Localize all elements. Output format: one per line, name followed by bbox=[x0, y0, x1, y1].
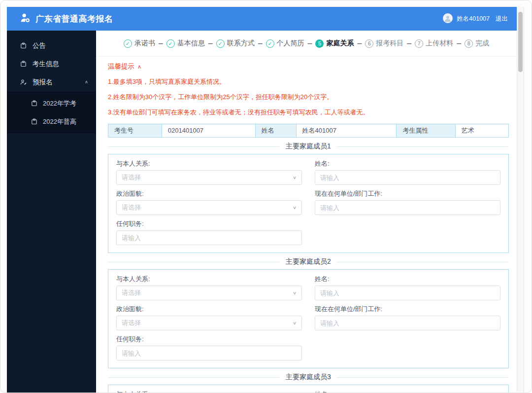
tips-panel: 温馨提示 ∧ 1.最多填3项，只填写直系家庭关系情况。2.姓名限制为30个汉字，… bbox=[108, 62, 509, 117]
logout-button[interactable]: 退出 bbox=[496, 15, 508, 23]
user-add-icon bbox=[20, 12, 31, 25]
step-8: 8完成 bbox=[465, 39, 489, 48]
clipboard-icon bbox=[20, 60, 27, 68]
step-separator: – bbox=[457, 39, 461, 48]
family-member-section: 主要家庭成员2 与本人关系: 请选择 ∨ 姓名: 政治面貌: bbox=[108, 257, 509, 368]
user-name: 姓名401007 bbox=[457, 15, 490, 23]
select-placeholder: 请选择 bbox=[122, 288, 141, 297]
workplace-label: 现在在何单位/部门工作: bbox=[315, 190, 500, 197]
sidebar-subitem-2022-pugao[interactable]: 2022年普高 bbox=[7, 112, 96, 131]
candidate-field-label: 考生属性 bbox=[397, 124, 455, 137]
brand: 广东省普通高考报名 bbox=[20, 12, 113, 25]
family-member-sections: 主要家庭成员1 与本人关系: 请选择 ∨ 姓名: 政治面貌: bbox=[108, 142, 509, 393]
step-5: 5家庭关系 bbox=[315, 39, 354, 48]
family-member-section: 主要家庭成员1 与本人关系: 请选择 ∨ 姓名: 政治面貌: bbox=[108, 142, 509, 253]
relation-label: 与本人关系: bbox=[116, 160, 302, 167]
step-separator: – bbox=[308, 39, 312, 48]
sidebar-subitem-label: 2022年普高 bbox=[43, 117, 76, 126]
political-status-label: 政治面貌: bbox=[116, 305, 302, 313]
step-separator: – bbox=[159, 39, 163, 48]
main-content: ✓承诺书–✓基本信息–✓联系方式–✓个人简历–5家庭关系–6报考科目–7上传材料… bbox=[96, 31, 517, 393]
workplace-label: 现在在何单位/部门工作: bbox=[315, 305, 500, 313]
section-header: 主要家庭成员1 bbox=[108, 142, 509, 151]
check-circle-icon: ✓ bbox=[124, 39, 132, 48]
section-title: 主要家庭成员1 bbox=[286, 142, 331, 151]
sidebar: 公告考生信息预报名∧2022年学考2022年普高 bbox=[7, 31, 96, 393]
select-placeholder: 请选择 bbox=[122, 319, 141, 327]
step-number: 7 bbox=[415, 39, 423, 48]
chevron-down-icon: ∨ bbox=[293, 290, 297, 295]
select-placeholder: 请选择 bbox=[122, 173, 141, 182]
chevron-up-icon: ∧ bbox=[85, 80, 88, 84]
candidate-field-value: 艺术 bbox=[456, 124, 508, 137]
name-label: 姓名: bbox=[315, 160, 500, 167]
workplace-input[interactable] bbox=[315, 316, 500, 330]
chevron-up-icon: ∧ bbox=[137, 64, 141, 70]
step-label: 基本信息 bbox=[177, 39, 205, 48]
relation-label: 与本人关系: bbox=[116, 391, 302, 393]
step-separator: – bbox=[407, 39, 411, 48]
position-input[interactable] bbox=[116, 346, 302, 360]
sidebar-item-candidate-info[interactable]: 考生信息 bbox=[7, 55, 96, 73]
sidebar-item-label: 考生信息 bbox=[33, 60, 59, 69]
family-member-box: 与本人关系: 请选择 ∨ 姓名: 政治面貌: 请选择 ∨ bbox=[108, 269, 509, 368]
candidate-field-value: 0201401007 bbox=[162, 124, 256, 137]
check-circle-icon: ✓ bbox=[216, 39, 225, 48]
tips-toggle[interactable]: 温馨提示 ∧ bbox=[108, 62, 141, 71]
step-separator: – bbox=[208, 39, 213, 48]
check-circle-icon: ✓ bbox=[166, 39, 175, 48]
step-label: 家庭关系 bbox=[326, 39, 354, 48]
step-7: 7上传材料 bbox=[415, 39, 453, 48]
political-status-label: 政治面貌: bbox=[116, 190, 302, 197]
step-3: ✓联系方式 bbox=[216, 39, 255, 48]
sidebar-item-announcements[interactable]: 公告 bbox=[7, 36, 96, 55]
tip-line: 3.没有单位部门可填写在家务农，待业等或者无；没有担任职务可填写农民，工人等或者… bbox=[108, 108, 509, 117]
position-input[interactable] bbox=[116, 230, 302, 245]
name-label: 姓名: bbox=[315, 275, 500, 283]
name-input[interactable] bbox=[315, 170, 500, 185]
step-label: 联系方式 bbox=[227, 39, 255, 48]
candidate-field-label: 考生号 bbox=[108, 124, 162, 137]
name-input[interactable] bbox=[315, 286, 500, 300]
sidebar-item-pre-registration[interactable]: 预报名∧ bbox=[7, 73, 96, 91]
section-header: 主要家庭成员2 bbox=[108, 257, 509, 266]
scrollbar-track[interactable] bbox=[517, 7, 524, 392]
step-4: ✓个人简历 bbox=[266, 39, 304, 48]
divider bbox=[108, 262, 280, 262]
tips-list: 1.最多填3项，只填写直系家庭关系情况。2.姓名限制为30个汉字，工作单位限制为… bbox=[108, 77, 509, 117]
step-separator: – bbox=[258, 39, 263, 48]
tip-line: 2.姓名限制为30个汉字，工作单位限制为25个汉字，担任职务限制为20个汉字。 bbox=[108, 93, 509, 102]
step-1: ✓承诺书 bbox=[124, 39, 155, 48]
divider bbox=[108, 377, 280, 378]
relation-label: 与本人关系: bbox=[116, 275, 302, 283]
app-title: 广东省普通高考报名 bbox=[35, 13, 113, 25]
political-status-select[interactable]: 请选择 ∨ bbox=[116, 200, 302, 215]
relation-select[interactable]: 请选择 ∨ bbox=[116, 170, 302, 185]
sidebar-item-label: 预报名 bbox=[33, 78, 53, 87]
sidebar-item-label: 公告 bbox=[33, 41, 46, 50]
section-title: 主要家庭成员3 bbox=[286, 373, 331, 382]
steps-bar: ✓承诺书–✓基本信息–✓联系方式–✓个人简历–5家庭关系–6报考科目–7上传材料… bbox=[96, 31, 517, 57]
chevron-down-icon: ∨ bbox=[293, 175, 297, 180]
relation-select[interactable]: 请选择 ∨ bbox=[116, 286, 302, 300]
sidebar-subitem-2022-xuekao[interactable]: 2022年学考 bbox=[7, 94, 96, 112]
workplace-input[interactable] bbox=[315, 200, 500, 215]
divider bbox=[337, 146, 509, 147]
scrollbar-thumb[interactable] bbox=[518, 12, 523, 72]
app-window: 广东省普通高考报名 姓名401007 退出 公告考生信息预报名∧2022年学考2… bbox=[0, 0, 532, 393]
clipboard-icon bbox=[31, 100, 38, 107]
step-label: 报考科目 bbox=[376, 39, 403, 48]
divider bbox=[337, 377, 509, 378]
family-member-box: 与本人关系: 请选择 ∨ 姓名: 政治面貌: 请选择 ∨ bbox=[108, 154, 509, 253]
step-6: 6报考科目 bbox=[365, 39, 403, 48]
family-member-section: 主要家庭成员3 与本人关系: 请选择 ∨ 姓名: 政治面貌: bbox=[108, 373, 509, 393]
step-label: 上传材料 bbox=[426, 39, 453, 48]
sidebar-nav: 公告考生信息预报名∧2022年学考2022年普高 bbox=[7, 31, 96, 134]
chevron-down-icon: ∨ bbox=[293, 205, 297, 210]
chevron-down-icon: ∨ bbox=[293, 321, 297, 325]
position-label: 任何职务: bbox=[116, 220, 302, 227]
political-status-select[interactable]: 请选择 ∨ bbox=[116, 316, 302, 330]
check-circle-icon: ✓ bbox=[266, 39, 274, 48]
avatar bbox=[443, 13, 453, 25]
step-label: 完成 bbox=[475, 39, 489, 48]
